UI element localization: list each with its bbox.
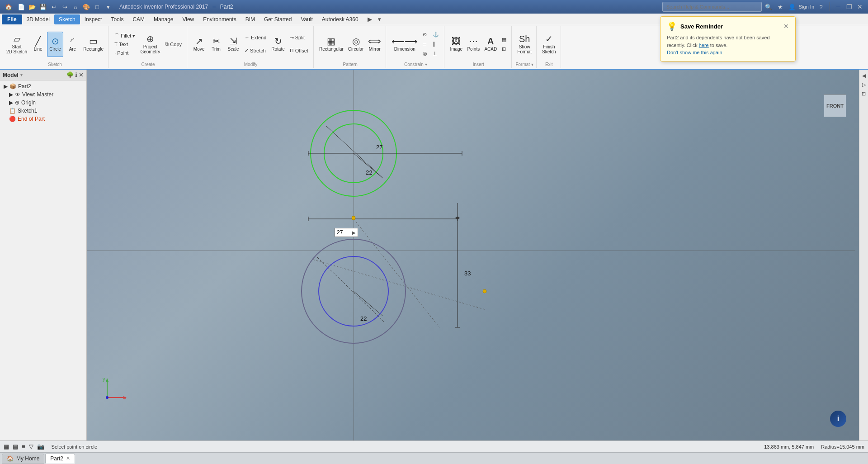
menu-video-icon[interactable]: ▶ — [365, 14, 375, 24]
reminder-link[interactable]: here — [699, 43, 709, 48]
perpendicular-button[interactable]: ⊥ — [430, 49, 441, 58]
taskbar-tab-home[interactable]: 🏠 My Home — [2, 454, 44, 464]
model-dropdown[interactable]: ▾ — [20, 72, 23, 77]
user-icon[interactable]: 👤 — [787, 2, 797, 12]
mirror-button[interactable]: ⟺ Mirror — [366, 32, 383, 57]
points-button[interactable]: ⋯ Points — [465, 32, 481, 57]
canvas-svg: 27 22 22 33 — [87, 70, 859, 440]
move-button[interactable]: ↗ Move — [191, 32, 207, 57]
new-button[interactable]: 📄 — [16, 2, 26, 12]
text-button[interactable]: T Text — [112, 41, 137, 49]
tree-item-end-of-part[interactable]: 🔴 End of Part — [2, 115, 85, 123]
menu-bim[interactable]: BIM — [241, 14, 259, 24]
scale-button[interactable]: ⇲ Scale — [225, 32, 241, 57]
input-arrow-icon[interactable]: ▶ — [352, 230, 356, 235]
acad-button[interactable]: A ACAD — [482, 32, 499, 57]
dimension-input[interactable] — [337, 229, 350, 236]
taskbar-tab-part2[interactable]: Part2 ✕ — [45, 454, 75, 464]
parallel-button[interactable]: ∥ — [430, 40, 441, 49]
save-button[interactable]: 💾 — [38, 2, 48, 12]
split-button[interactable]: ⊸ Split — [288, 33, 311, 42]
menu-tools[interactable]: Tools — [106, 14, 128, 24]
layout-icon-3[interactable]: ≡ — [22, 443, 25, 450]
search-icon[interactable]: 🔍 — [764, 2, 774, 12]
coordinates-display: 13.863 mm, 5.847 mm — [764, 444, 814, 450]
restore-button[interactable]: ❐ — [844, 2, 854, 11]
layout-icon-1[interactable]: ▦ — [4, 443, 9, 450]
project-geometry-icon: ⊕ — [146, 34, 154, 43]
tree-item-view-master[interactable]: ▶ 👁 View: Master — [2, 90, 85, 99]
help-icon[interactable]: ? — [816, 2, 826, 12]
constrain-small-col: ⊙ ═ ◎ — [420, 30, 429, 58]
menu-dropdown[interactable]: ▾ — [375, 14, 385, 24]
menu-get-started[interactable]: Get Started — [259, 14, 296, 24]
home-nav-button[interactable]: ⌂ — [71, 2, 80, 12]
layout-icon-4[interactable]: ▽ — [29, 443, 33, 450]
copy-button[interactable]: ⧉ Copy — [163, 40, 184, 49]
rotate-button[interactable]: ↻ Rotate — [269, 32, 286, 57]
menu-cam[interactable]: CAM — [128, 14, 149, 24]
start-2d-sketch-button[interactable]: ▱ Start2D Sketch — [5, 32, 29, 57]
stretch-button[interactable]: ⤢ Stretch — [242, 46, 269, 55]
materials-button[interactable]: 🎨 — [81, 2, 91, 12]
collinear-button[interactable]: ═ — [420, 40, 429, 49]
close-button[interactable]: ✕ — [855, 2, 864, 11]
panel-btn-2[interactable]: ▷ — [860, 80, 868, 89]
menu-inspect[interactable]: Inspect — [80, 14, 107, 24]
line-button[interactable]: ╱ Line — [30, 32, 46, 57]
tree-icon[interactable]: 🌳 — [66, 71, 74, 78]
info-icon[interactable]: ℹ — [75, 71, 77, 78]
menu-file[interactable]: File — [2, 14, 22, 24]
sign-in-label[interactable]: Sign In — [799, 4, 814, 9]
tree-item-origin[interactable]: ▶ ⊕ Origin — [2, 99, 85, 107]
dimension-input-box[interactable]: ▶ — [335, 228, 358, 237]
redo-button[interactable]: ↪ — [60, 2, 70, 12]
menu-autodesk-a360[interactable]: Autodesk A360 — [317, 14, 363, 24]
arc-button[interactable]: ◜ Arc — [64, 32, 80, 57]
rectangle-button[interactable]: ▭ Rectangle — [81, 32, 105, 57]
tree-item-sketch1[interactable]: 📋 Sketch1 — [2, 107, 85, 115]
panel-btn-1[interactable]: ◀ — [860, 71, 868, 80]
insert-small-2[interactable]: ⊞ — [500, 44, 509, 53]
undo-button[interactable]: ↩ — [49, 2, 59, 12]
open-button[interactable]: 📂 — [27, 2, 37, 12]
menu-3d-model[interactable]: 3D Model — [22, 14, 54, 24]
fix-button[interactable]: ⚓ — [430, 30, 441, 39]
project-geometry-button[interactable]: ⊕ ProjectGeometry — [138, 32, 162, 57]
circle-button[interactable]: ⊙ Circle — [47, 32, 63, 57]
tree-item-part2[interactable]: ▶ 📦 Part2 — [2, 82, 85, 90]
default-view-button[interactable]: □ — [92, 2, 102, 12]
canvas[interactable]: FRONT — [87, 70, 859, 440]
tab-close-icon[interactable]: ✕ — [66, 455, 70, 461]
trim-button[interactable]: ✂ Trim — [208, 32, 224, 57]
menu-sketch[interactable]: Sketch — [54, 14, 80, 24]
minimize-button[interactable]: ─ — [834, 2, 843, 11]
menu-environments[interactable]: Environments — [198, 14, 241, 24]
image-button[interactable]: 🖼 Image — [448, 32, 464, 57]
coincident-button[interactable]: ⊙ — [420, 30, 429, 39]
layout-icon-2[interactable]: ▤ — [13, 443, 18, 450]
app-icon[interactable]: 🏠 — [4, 2, 14, 12]
camera-icon[interactable]: 📷 — [37, 443, 44, 450]
concentric-button[interactable]: ◎ — [420, 49, 429, 58]
insert-small-1[interactable]: ▦ — [500, 35, 509, 44]
reminder-dismiss-link[interactable]: Don't show me this again — [667, 50, 722, 55]
finish-sketch-button[interactable]: ✓ FinishSketch — [540, 32, 558, 57]
menu-view[interactable]: View — [178, 14, 198, 24]
menu-vault[interactable]: Vault — [296, 14, 317, 24]
favorites-icon[interactable]: ★ — [775, 2, 785, 12]
circular-button[interactable]: ◎ Circular — [346, 32, 365, 57]
reminder-close-button[interactable]: ✕ — [783, 23, 789, 30]
extend-button[interactable]: ↔ Extend — [242, 33, 269, 42]
search-input[interactable] — [662, 2, 762, 12]
dimension-button[interactable]: ⟵⟶ Dimension — [390, 32, 420, 57]
sidebar-close-icon[interactable]: ✕ — [79, 71, 84, 78]
rectangular-button[interactable]: ▦ Rectangular — [317, 32, 345, 57]
fillet-button[interactable]: ⌒ Fillet ▾ — [112, 32, 137, 40]
panel-btn-3[interactable]: ⊡ — [860, 90, 868, 98]
offset-button[interactable]: ⊓ Offset — [288, 46, 311, 55]
show-format-button[interactable]: Sh ShowFormat — [515, 32, 533, 57]
menu-manage[interactable]: Manage — [149, 14, 178, 24]
point-button[interactable]: · Point — [112, 49, 137, 57]
dropdown-arrow[interactable]: ▾ — [103, 2, 113, 12]
